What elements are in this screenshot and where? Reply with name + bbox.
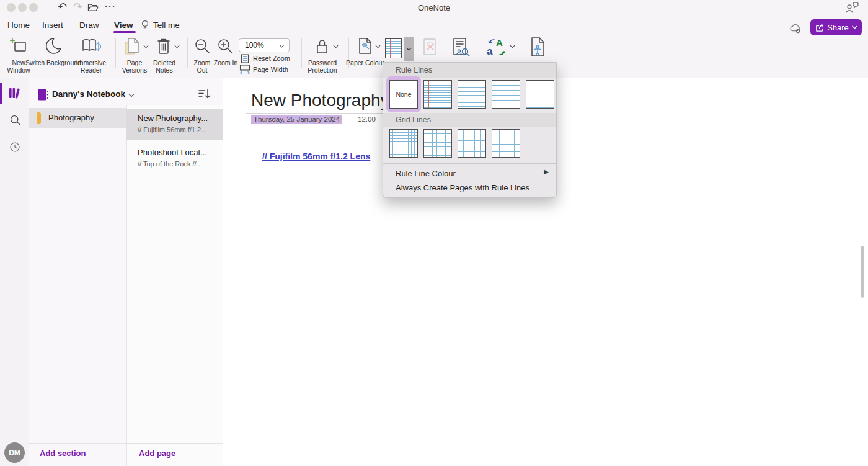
immersive-reader-icon[interactable] bbox=[81, 38, 102, 55]
undo-icon[interactable]: ↶ bbox=[58, 1, 67, 12]
reset-zoom-label[interactable]: Reset Zoom bbox=[253, 55, 290, 62]
people-presence-icon[interactable] bbox=[844, 1, 861, 14]
add-section-button[interactable]: Add section bbox=[40, 449, 86, 458]
active-tab-underline bbox=[113, 31, 136, 33]
ribbon-separator bbox=[187, 38, 188, 68]
rule-line-colour-item[interactable]: Rule Line Colour bbox=[396, 169, 456, 178]
switch-background-icon[interactable] bbox=[44, 37, 63, 56]
zoom-level-select[interactable]: 100% bbox=[239, 38, 290, 52]
share-button-label: Share bbox=[827, 23, 849, 32]
grid-lines-section-header: Grid Lines bbox=[383, 113, 556, 127]
submenu-arrow-icon: ▶ bbox=[544, 168, 549, 175]
zoom-select-chevron-icon bbox=[279, 44, 285, 48]
redo-icon[interactable]: ↷ bbox=[73, 1, 82, 12]
rule-lines-menu: Rule Lines None Grid Lines Rule Line Col… bbox=[383, 62, 557, 198]
note-date-highlighted[interactable]: Thursday, 25 January 2024 bbox=[251, 115, 342, 124]
page-width-icon[interactable] bbox=[239, 65, 250, 74]
rule-lines-option-ruled-narrow[interactable] bbox=[423, 80, 452, 109]
notebook-icon bbox=[38, 89, 48, 101]
rule-lines-option-none[interactable]: None bbox=[389, 80, 418, 109]
rule-lines-button[interactable] bbox=[385, 38, 402, 58]
section-color-marker bbox=[37, 112, 41, 124]
paper-colour-chevron-icon[interactable] bbox=[375, 45, 381, 48]
page-versions-chevron-icon[interactable] bbox=[143, 45, 149, 48]
lightbulb-icon bbox=[140, 19, 150, 30]
note-link[interactable]: // Fujifilm 56mm f/1.2 Lens bbox=[262, 151, 370, 161]
share-icon bbox=[815, 23, 824, 32]
active-rail-indicator bbox=[0, 83, 2, 104]
page-title: Photoshoot Locat... bbox=[138, 148, 207, 157]
rule-lines-option-ruled-standard[interactable] bbox=[492, 80, 520, 109]
vertical-scrollbar[interactable] bbox=[861, 246, 864, 298]
notebook-chevron-icon[interactable] bbox=[128, 93, 135, 97]
tab-tell-me[interactable]: Tell me bbox=[153, 20, 180, 30]
notebook-name[interactable]: Danny's Notebook bbox=[52, 89, 125, 99]
zoom-in-label[interactable]: Zoom In bbox=[213, 60, 238, 67]
notebooks-library-icon[interactable] bbox=[8, 86, 22, 101]
section-row-photography[interactable]: Photography bbox=[29, 108, 126, 128]
new-window-icon[interactable] bbox=[10, 37, 29, 56]
tab-draw[interactable]: Draw bbox=[79, 20, 99, 30]
password-protection-icon[interactable] bbox=[313, 37, 332, 56]
share-chevron-icon bbox=[852, 25, 857, 29]
deleted-notes-label[interactable]: Deleted Notes bbox=[145, 60, 184, 74]
check-accessibility-icon[interactable] bbox=[451, 37, 471, 58]
add-page-button[interactable]: Add page bbox=[139, 449, 175, 458]
zoom-out-icon[interactable] bbox=[193, 37, 211, 56]
password-protection-label[interactable]: Password Protection bbox=[297, 60, 348, 74]
rule-lines-option-ruled-wide[interactable] bbox=[526, 80, 554, 109]
sync-status-cloud-icon bbox=[788, 22, 803, 34]
paper-colour-label[interactable]: Paper Colour bbox=[345, 60, 385, 67]
tab-home[interactable]: Home bbox=[7, 20, 30, 30]
accessibility-view-icon[interactable] bbox=[528, 36, 547, 58]
tab-view[interactable]: View bbox=[114, 20, 133, 30]
note-time[interactable]: 12.00 bbox=[358, 115, 376, 123]
page-width-label[interactable]: Page Width bbox=[253, 66, 288, 73]
menu-separator bbox=[383, 163, 556, 164]
tab-insert[interactable]: Insert bbox=[42, 20, 63, 30]
page-title: New Photography... bbox=[138, 114, 208, 123]
password-protection-chevron-icon[interactable] bbox=[333, 45, 339, 48]
reset-zoom-icon[interactable] bbox=[241, 54, 249, 63]
svg-text:A: A bbox=[496, 37, 503, 48]
zoom-out-label[interactable]: Zoom Out bbox=[190, 60, 215, 74]
page-versions-icon[interactable] bbox=[123, 37, 140, 56]
rule-lines-chevron-icon bbox=[406, 47, 412, 51]
rule-tiles-row: None bbox=[383, 63, 556, 199]
immersive-reader-label[interactable]: Immersive Reader bbox=[69, 60, 113, 74]
grid-lines-option-grid-xlarge[interactable] bbox=[492, 129, 520, 158]
always-create-pages-item[interactable]: Always Create Pages with Rule Lines bbox=[396, 183, 529, 192]
open-notebook-icon[interactable] bbox=[87, 2, 99, 13]
search-icon[interactable] bbox=[9, 114, 21, 126]
recent-notes-clock-icon[interactable] bbox=[9, 141, 20, 153]
grid-lines-option-grid-medium[interactable] bbox=[423, 129, 452, 158]
page-row-new-photography[interactable]: New Photography... // Fujifilm 56mm f/1.… bbox=[126, 109, 223, 140]
svg-text:a: a bbox=[487, 45, 493, 57]
share-button[interactable]: Share bbox=[810, 19, 862, 35]
grid-lines-option-grid-small[interactable] bbox=[389, 129, 418, 158]
app-title: OneNote bbox=[0, 3, 868, 12]
deleted-notes-icon[interactable] bbox=[156, 37, 172, 56]
zoom-level-value: 100% bbox=[245, 41, 264, 50]
sidebar: Danny's Notebook Photography New Photogr… bbox=[29, 78, 223, 466]
paper-colour-icon[interactable] bbox=[356, 37, 374, 56]
grid-lines-option-grid-large[interactable] bbox=[458, 129, 486, 158]
navigation-rail bbox=[0, 78, 29, 466]
translate-icon[interactable]: a A bbox=[486, 36, 508, 58]
section-name: Photography bbox=[48, 113, 94, 122]
rule-lines-dropdown-button[interactable] bbox=[404, 37, 414, 61]
page-subtitle: // Fujifilm 56mm f/1.2... bbox=[138, 126, 206, 133]
zoom-in-icon[interactable] bbox=[216, 37, 234, 56]
hide-page-title-icon-disabled bbox=[422, 37, 440, 57]
rule-lines-option-ruled-college[interactable] bbox=[458, 80, 486, 109]
deleted-notes-chevron-icon[interactable] bbox=[174, 45, 180, 48]
sidebar-bottom-divider bbox=[29, 443, 223, 444]
page-subtitle: // Top of the Rock //... bbox=[138, 160, 202, 168]
more-toolbar-icon[interactable]: ⋯ bbox=[104, 1, 115, 12]
sort-pages-icon[interactable] bbox=[197, 87, 211, 101]
account-avatar[interactable]: DM bbox=[4, 442, 25, 463]
translate-chevron-icon[interactable] bbox=[510, 45, 515, 48]
page-row-photoshoot-locations[interactable]: Photoshoot Locat... // Top of the Rock /… bbox=[126, 143, 223, 174]
